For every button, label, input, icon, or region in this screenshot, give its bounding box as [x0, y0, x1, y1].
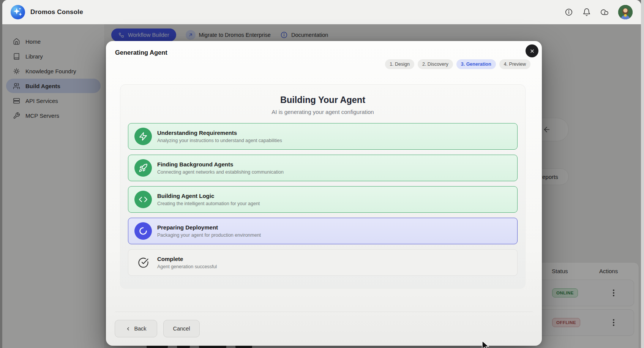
modal-title: Generating Agent	[115, 49, 167, 56]
step-description: Analyzing your instructions to understan…	[157, 138, 282, 143]
wizard-step-generation[interactable]: 3. Generation	[456, 59, 496, 69]
progress-step-understanding-requirements: Understanding Requirements Analyzing you…	[128, 123, 518, 150]
bell-icon[interactable]	[582, 8, 591, 16]
wizard-step-preview[interactable]: 4. Preview	[499, 59, 530, 69]
window-edge-strip	[641, 0, 644, 348]
step-title: Understanding Requirements	[157, 130, 282, 136]
progress-step-building-agent-logic: Building Agent Logic Creating the intell…	[128, 186, 518, 213]
check-circle-icon	[134, 254, 152, 271]
step-title: Preparing Deployment	[157, 224, 261, 231]
loader-icon	[134, 222, 152, 240]
close-button[interactable]	[526, 44, 538, 57]
panel-subheading: AI is generating your agent configuratio…	[120, 109, 525, 115]
chevron-left-icon	[125, 326, 131, 332]
header-actions	[565, 5, 633, 19]
wizard-step-discovery[interactable]: 2. Discovery	[418, 59, 453, 69]
progress-step-preparing-deployment: Preparing Deployment Packaging your agen…	[128, 218, 518, 244]
step-description: Packaging your agent for production envi…	[157, 233, 261, 238]
rocket-icon	[134, 159, 152, 177]
generating-agent-modal: Generating Agent 1. Design 2. Discovery …	[106, 41, 542, 346]
wizard-steps: 1. Design 2. Discovery 3. Generation 4. …	[385, 59, 530, 69]
progress-step-complete: Complete Agent generation successful	[128, 249, 518, 276]
step-description: Creating the intelligent automation for …	[157, 201, 260, 206]
mouse-cursor	[481, 340, 490, 348]
progress-steps-list: Understanding Requirements Analyzing you…	[128, 123, 518, 276]
cancel-label: Cancel	[173, 326, 190, 332]
back-label: Back	[134, 326, 146, 332]
zap-icon	[134, 128, 152, 145]
footer-divider	[115, 312, 533, 312]
code-icon	[134, 191, 152, 208]
dromos-logo-icon	[11, 5, 25, 19]
step-title: Building Agent Logic	[157, 193, 260, 199]
step-description: Connecting agent networks and establishi…	[157, 169, 284, 175]
generation-panel: Building Your Agent AI is generating you…	[120, 84, 526, 289]
cancel-button[interactable]: Cancel	[163, 320, 200, 337]
panel-heading: Building Your Agent	[120, 95, 525, 105]
cloud-alert-icon[interactable]	[600, 8, 609, 16]
app-header: Dromos Console	[2, 0, 641, 24]
step-title: Complete	[157, 256, 217, 262]
info-icon[interactable]	[565, 8, 573, 16]
close-icon	[529, 48, 535, 54]
user-avatar[interactable]	[618, 5, 633, 19]
wizard-step-design[interactable]: 1. Design	[385, 59, 414, 69]
step-title: Finding Background Agents	[157, 161, 284, 168]
app-title: Dromos Console	[30, 8, 83, 16]
progress-step-finding-background-agents: Finding Background Agents Connecting age…	[128, 155, 518, 181]
step-description: Agent generation successful	[157, 264, 217, 269]
back-button[interactable]: Back	[115, 320, 157, 337]
